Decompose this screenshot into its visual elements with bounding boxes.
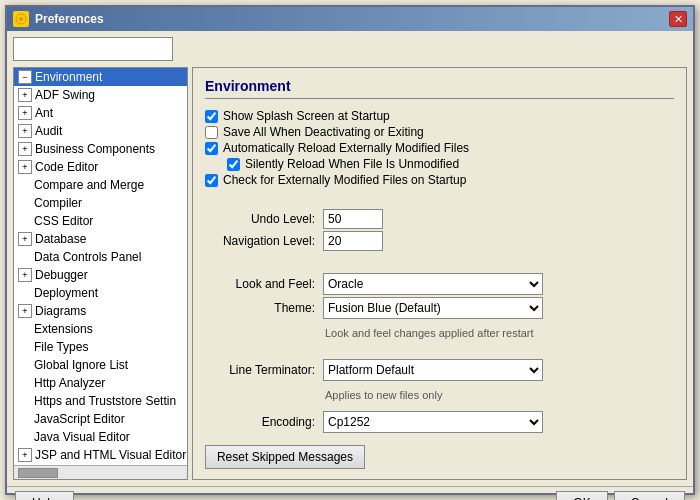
checkbox-label: Automatically Reload Externally Modified… bbox=[223, 141, 469, 155]
expand-icon[interactable]: + bbox=[18, 268, 32, 282]
tree-item[interactable]: Data Controls Panel bbox=[14, 248, 187, 266]
checkbox[interactable] bbox=[227, 158, 240, 171]
scrollbar-thumb[interactable] bbox=[18, 468, 58, 478]
cancel-button[interactable]: Cancel bbox=[614, 491, 685, 500]
dropdown-label: Theme: bbox=[205, 301, 315, 315]
checkbox[interactable] bbox=[205, 110, 218, 123]
collapse-icon[interactable]: − bbox=[18, 70, 32, 84]
tree-item-label: JSP and HTML Visual Editor bbox=[35, 448, 186, 462]
form-label: Navigation Level: bbox=[205, 234, 315, 248]
reset-button[interactable]: Reset Skipped Messages bbox=[205, 445, 365, 469]
tree-item[interactable]: Global Ignore List bbox=[14, 356, 187, 374]
bottom-bar: Help OK Cancel bbox=[7, 486, 693, 500]
dialog-body: −Environment+ADF Swing+Ant+Audit+Busines… bbox=[7, 31, 693, 486]
tree-item-label: Deployment bbox=[34, 286, 98, 300]
tree-item-label: Https and Truststore Settin bbox=[34, 394, 176, 408]
dropdown-label: Look and Feel: bbox=[205, 277, 315, 291]
dropdown-row: Look and Feel:OracleWindowsMetalNimbus bbox=[205, 273, 674, 295]
tree-item-label: Http Analyzer bbox=[34, 376, 105, 390]
line-terminator-label: Line Terminator: bbox=[205, 363, 315, 377]
line-terminator-select[interactable]: Platform DefaultUnix (\n)Windows (\r\n)M… bbox=[323, 359, 543, 381]
expand-icon[interactable]: + bbox=[18, 106, 32, 120]
tree-item[interactable]: +Diagrams bbox=[14, 302, 187, 320]
form-input[interactable] bbox=[323, 209, 383, 229]
svg-point-1 bbox=[19, 17, 23, 21]
dropdown-select[interactable]: Fusion Blue (Default)DarkLight bbox=[323, 297, 543, 319]
checkbox-label: Check for Externally Modified Files on S… bbox=[223, 173, 466, 187]
expand-icon[interactable]: + bbox=[18, 448, 32, 462]
expand-icon[interactable]: + bbox=[18, 142, 32, 156]
checkbox-row: Silently Reload When File Is Unmodified bbox=[205, 157, 674, 171]
tree-item[interactable]: Extensions bbox=[14, 320, 187, 338]
dialog-icon bbox=[13, 11, 29, 27]
tree-item-label: Code Editor bbox=[35, 160, 98, 174]
checkbox-row: Show Splash Screen at Startup bbox=[205, 109, 674, 123]
expand-icon[interactable]: + bbox=[18, 160, 32, 174]
form-row: Undo Level: bbox=[205, 209, 674, 229]
tree-item[interactable]: +Audit bbox=[14, 122, 187, 140]
tree-item-label: ADF Swing bbox=[35, 88, 95, 102]
checkbox[interactable] bbox=[205, 174, 218, 187]
tree-item[interactable]: Http Analyzer bbox=[14, 374, 187, 392]
tree-item[interactable]: JavaScript Editor bbox=[14, 410, 187, 428]
tree-item[interactable]: +Ant bbox=[14, 104, 187, 122]
tree-item[interactable]: +Business Components bbox=[14, 140, 187, 158]
horizontal-scrollbar[interactable] bbox=[14, 465, 187, 479]
tree-item-label: Global Ignore List bbox=[34, 358, 128, 372]
ok-button[interactable]: OK bbox=[556, 491, 607, 500]
tree-item-label: Debugger bbox=[35, 268, 88, 282]
search-input[interactable] bbox=[13, 37, 173, 61]
tree-item[interactable]: −Environment bbox=[14, 68, 187, 86]
dropdown-row: Theme:Fusion Blue (Default)DarkLight bbox=[205, 297, 674, 319]
dropdown-select[interactable]: OracleWindowsMetalNimbus bbox=[323, 273, 543, 295]
tree-item-label: Java Visual Editor bbox=[34, 430, 130, 444]
tree-item-label: Diagrams bbox=[35, 304, 86, 318]
checkboxes-section: Show Splash Screen at StartupSave All Wh… bbox=[205, 109, 674, 189]
dropdowns-section: Look and Feel:OracleWindowsMetalNimbusTh… bbox=[205, 273, 674, 321]
tree-item[interactable]: Compiler bbox=[14, 194, 187, 212]
tree-item[interactable]: +Debugger bbox=[14, 266, 187, 284]
line-note: Applies to new files only bbox=[205, 389, 674, 401]
tree-item-label: Database bbox=[35, 232, 86, 246]
tree-item-label: Compiler bbox=[34, 196, 82, 210]
checkbox[interactable] bbox=[205, 142, 218, 155]
dialog-title: Preferences bbox=[35, 12, 104, 26]
left-panel-wrapper: −Environment+ADF Swing+Ant+Audit+Busines… bbox=[13, 67, 188, 480]
expand-icon[interactable]: + bbox=[18, 124, 32, 138]
tree-item[interactable]: +Database bbox=[14, 230, 187, 248]
tree-item[interactable]: Compare and Merge bbox=[14, 176, 187, 194]
expand-icon[interactable]: + bbox=[18, 88, 32, 102]
encoding-select[interactable]: Cp1252UTF-8UTF-16ISO-8859-1 bbox=[323, 411, 543, 433]
checkbox-label: Silently Reload When File Is Unmodified bbox=[245, 157, 459, 171]
encoding-label: Encoding: bbox=[205, 415, 315, 429]
tree-item[interactable]: Deployment bbox=[14, 284, 187, 302]
preferences-dialog: Preferences ✕ −Environment+ADF Swing+Ant… bbox=[5, 5, 695, 495]
tree-item[interactable]: +JSP and HTML Visual Editor bbox=[14, 446, 187, 464]
tree-item-label: Audit bbox=[35, 124, 62, 138]
checkbox-row: Save All When Deactivating or Exiting bbox=[205, 125, 674, 139]
checkbox[interactable] bbox=[205, 126, 218, 139]
tree-item[interactable]: Https and Truststore Settin bbox=[14, 392, 187, 410]
form-row: Navigation Level: bbox=[205, 231, 674, 251]
tree-item[interactable]: Java Visual Editor bbox=[14, 428, 187, 446]
checkbox-label: Show Splash Screen at Startup bbox=[223, 109, 390, 123]
tree-item-label: Data Controls Panel bbox=[34, 250, 141, 264]
tree-item-label: JavaScript Editor bbox=[34, 412, 125, 426]
help-button[interactable]: Help bbox=[15, 491, 74, 500]
form-label: Undo Level: bbox=[205, 212, 315, 226]
close-button[interactable]: ✕ bbox=[669, 11, 687, 27]
tree-item[interactable]: CSS Editor bbox=[14, 212, 187, 230]
tree-item[interactable]: +Code Editor bbox=[14, 158, 187, 176]
expand-icon[interactable]: + bbox=[18, 304, 32, 318]
main-area: −Environment+ADF Swing+Ant+Audit+Busines… bbox=[13, 67, 687, 480]
tree-item-label: Compare and Merge bbox=[34, 178, 144, 192]
expand-icon[interactable]: + bbox=[18, 232, 32, 246]
tree-item[interactable]: +ADF Swing bbox=[14, 86, 187, 104]
tree-item[interactable]: File Types bbox=[14, 338, 187, 356]
tree-item-label: Extensions bbox=[34, 322, 93, 336]
tree-item-label: Business Components bbox=[35, 142, 155, 156]
checkbox-row: Automatically Reload Externally Modified… bbox=[205, 141, 674, 155]
form-input[interactable] bbox=[323, 231, 383, 251]
title-bar: Preferences ✕ bbox=[7, 7, 693, 31]
section-title: Environment bbox=[205, 78, 674, 99]
